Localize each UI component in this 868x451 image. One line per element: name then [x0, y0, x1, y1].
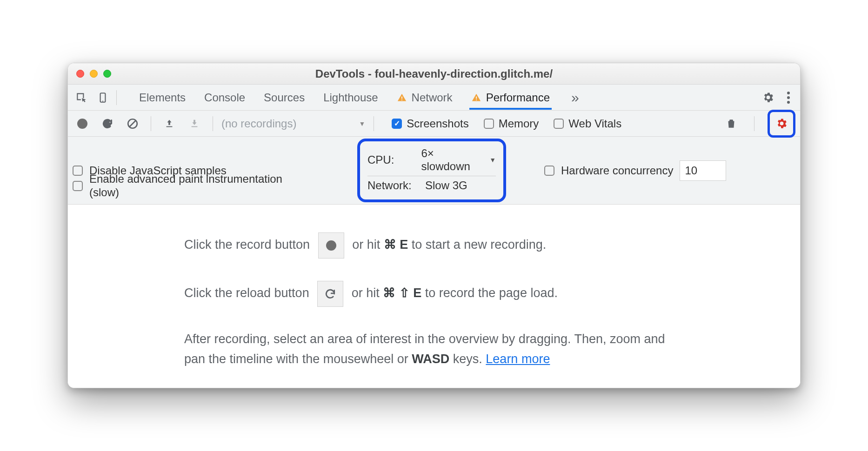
tab-elements[interactable]: Elements	[137, 86, 187, 110]
save-profile-icon[interactable]	[185, 114, 204, 133]
instruction-zoom: After recording, select an area of inter…	[184, 329, 684, 369]
network-throttling-dropdown[interactable]: Network: Slow 3G	[367, 176, 496, 195]
tab-console[interactable]: Console	[202, 86, 247, 110]
close-window-button[interactable]	[76, 70, 84, 78]
hardware-concurrency-checkbox[interactable]	[544, 166, 554, 176]
screenshots-label: Screenshots	[407, 117, 468, 130]
window-title: DevTools - foul-heavenly-direction.glitc…	[68, 67, 800, 80]
devtools-menu-icon[interactable]	[781, 92, 796, 104]
tab-network[interactable]: Network	[395, 86, 454, 110]
collect-garbage-icon[interactable]	[721, 114, 741, 133]
hardware-concurrency-input[interactable]	[680, 160, 726, 181]
screenshots-checkbox[interactable]: ✓	[392, 119, 402, 129]
warning-icon	[397, 93, 407, 102]
window-controls	[76, 70, 111, 78]
web-vitals-label: Web Vitals	[568, 117, 621, 130]
paint-instrumentation-checkbox[interactable]	[73, 181, 83, 191]
tab-lighthouse[interactable]: Lighthouse	[321, 86, 380, 110]
device-toolbar-icon[interactable]	[93, 88, 113, 107]
recordings-dropdown[interactable]: (no recordings) ▼	[221, 117, 365, 130]
paint-instrumentation-label: Enable advanced paint instrumentation (s…	[89, 172, 308, 199]
record-button[interactable]	[73, 114, 92, 133]
devtools-tabbar: Elements Console Sources Lighthouse Netw…	[68, 85, 800, 111]
minimize-window-button[interactable]	[90, 70, 98, 78]
instruction-record: Click the record button or hit ⌘ E to st…	[184, 232, 684, 259]
reload-button-sample	[317, 281, 343, 307]
svg-rect-5	[476, 99, 477, 100]
clear-button[interactable]	[123, 114, 142, 133]
capture-settings-icon[interactable]	[772, 114, 791, 133]
svg-rect-3	[401, 99, 402, 100]
tab-performance[interactable]: Performance	[469, 86, 552, 110]
memory-label: Memory	[499, 117, 539, 130]
zoom-window-button[interactable]	[103, 70, 111, 78]
svg-rect-8	[167, 126, 173, 127]
hardware-concurrency-label: Hardware concurrency	[561, 164, 673, 177]
throttling-highlight: CPU: 6× slowdown ▼ Network: Slow 3G	[357, 139, 506, 202]
devtools-window: DevTools - foul-heavenly-direction.glitc…	[67, 63, 801, 388]
svg-point-1	[102, 100, 103, 101]
svg-line-7	[130, 120, 136, 126]
record-button-sample	[318, 232, 344, 259]
cpu-throttling-dropdown[interactable]: CPU: 6× slowdown ▼	[367, 144, 496, 176]
learn-more-link[interactable]: Learn more	[486, 352, 550, 366]
svg-rect-4	[476, 96, 477, 99]
more-tabs-button[interactable]: »	[567, 90, 584, 106]
reload-record-button[interactable]	[98, 114, 117, 133]
svg-rect-9	[192, 126, 198, 127]
capture-settings-panel: Disable JavaScript samples CPU: 6× slowd…	[68, 137, 800, 205]
capture-settings-highlight	[768, 110, 795, 138]
instructions-area: Click the record button or hit ⌘ E to st…	[68, 205, 800, 388]
titlebar: DevTools - foul-heavenly-direction.glitc…	[68, 63, 800, 85]
inspect-element-icon[interactable]	[72, 88, 91, 107]
instruction-reload: Click the reload button or hit ⌘ ⇧ E to …	[184, 281, 684, 307]
warning-icon	[471, 93, 481, 102]
devtools-settings-icon[interactable]	[758, 88, 778, 107]
load-profile-icon[interactable]	[160, 114, 179, 133]
web-vitals-checkbox[interactable]	[554, 119, 564, 129]
performance-toolbar: (no recordings) ▼ ✓ Screenshots Memory W…	[68, 111, 800, 137]
tab-sources[interactable]: Sources	[262, 86, 307, 110]
svg-rect-2	[401, 96, 402, 99]
memory-checkbox[interactable]	[484, 119, 494, 129]
